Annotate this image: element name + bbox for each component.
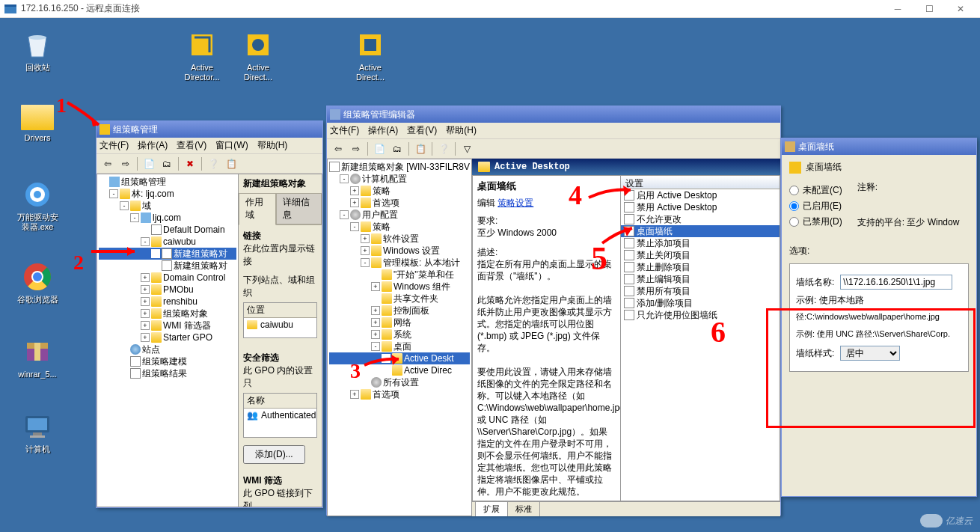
gpe-up[interactable]: 📄 <box>371 141 388 157</box>
gpe-menu-view[interactable]: 查看(V) <box>407 124 437 137</box>
maximize-button[interactable]: ☐ <box>914 1 944 16</box>
desktop-icon-recycle[interactable]: 回收站 <box>11 30 64 73</box>
setting-row[interactable]: 禁止删除项目 <box>621 261 780 273</box>
gpm-titlebar[interactable]: 组策略管理 <box>97 121 322 138</box>
desktop-icon-chrome[interactable]: 谷歌浏览器 <box>11 262 64 305</box>
gpe-tree[interactable]: 新建组策略对象 [WIN-33FILR8V -计算机配置 +策略 +首选项 -用… <box>327 159 472 516</box>
tree-modeling[interactable]: 组策略建模 <box>99 355 236 367</box>
style-select[interactable]: 居中 <box>840 346 900 361</box>
col-name[interactable]: 名称 <box>244 394 316 409</box>
tree-wmi[interactable]: +WMI 筛选器 <box>99 319 236 331</box>
setting-row[interactable]: 禁止关闭项目 <box>621 249 780 261</box>
radio-not-configured[interactable] <box>789 186 799 195</box>
gpe-menu-help[interactable]: 帮助(H) <box>446 124 477 137</box>
gpe-back[interactable]: ⇦ <box>330 141 346 157</box>
minimize-button[interactable]: ─ <box>883 1 913 16</box>
prop-titlebar[interactable]: 桌面墙纸 <box>782 138 976 155</box>
desktop-icon-computer[interactable]: 计算机 <box>11 412 64 454</box>
tree-new-gpo-1[interactable]: 新建组策略对 <box>99 248 236 260</box>
menu-help[interactable]: 帮助(H) <box>257 139 288 152</box>
tab-details[interactable]: 详细信息 <box>276 193 322 224</box>
policy-settings-link[interactable]: 策略设置 <box>497 198 533 208</box>
gpe-shared[interactable]: 共享文件夹 <box>329 293 470 305</box>
desktop-icon-winrar[interactable]: winrar_5... <box>11 337 64 379</box>
menu-view[interactable]: 查看(V) <box>177 139 206 152</box>
gpe-all-settings[interactable]: 所有设置 <box>329 376 470 388</box>
gpe-comp-policies[interactable]: +策略 <box>329 185 470 197</box>
radio-enabled[interactable] <box>789 201 799 211</box>
gpm-tree[interactable]: 组策略管理 -林: ljq.com -域 -ljq.com Default Do… <box>97 174 239 507</box>
desktop-icon-driver-installer[interactable]: 万能驱动安 装器.exe <box>11 180 64 232</box>
gpe-menu-file[interactable]: 文件(F) <box>330 124 359 137</box>
gpe-root[interactable]: 新建组策略对象 [WIN-33FILR8V <box>329 161 470 173</box>
gpe-titlebar[interactable]: 组策略管理编辑器 <box>327 106 780 123</box>
tree-forest[interactable]: -林: ljq.com <box>99 188 236 200</box>
desktop-icon-ad1[interactable]: Active Director... <box>176 30 228 82</box>
refresh-button[interactable]: 🗂 <box>159 156 175 172</box>
settings-col-header[interactable]: 设置 <box>621 176 780 189</box>
gpe-list[interactable]: 🗂 <box>389 141 405 157</box>
tree-renshibu[interactable]: +renshibu <box>99 296 236 308</box>
location-row[interactable]: caiwubu <box>244 318 316 331</box>
gpe-network[interactable]: +网络 <box>329 317 470 328</box>
gpe-software[interactable]: +软件设置 <box>329 233 470 245</box>
gpe-comp-prefs[interactable]: +首选项 <box>329 197 470 209</box>
wallpaper-name-input[interactable] <box>840 275 952 290</box>
menu-window[interactable]: 窗口(W) <box>215 139 248 152</box>
tree-domains[interactable]: -域 <box>99 200 236 212</box>
menu-action[interactable]: 操作(A) <box>138 139 168 152</box>
desktop-icon-ad2[interactable]: Active Direct... <box>232 30 284 82</box>
gpe-user[interactable]: -用户配置 <box>329 209 470 221</box>
close-button[interactable]: ✕ <box>946 1 976 16</box>
setting-row[interactable]: 启用 Active Desktop <box>621 189 780 201</box>
setting-row[interactable]: 添加/删除项目 <box>621 297 780 309</box>
gpe-active-direc[interactable]: Active Direc <box>329 364 470 376</box>
gpe-admin[interactable]: -管理模板: 从本地计 <box>329 257 470 269</box>
gpe-active-desktop[interactable]: Active Deskt <box>329 352 470 364</box>
gpe-filter[interactable]: ▽ <box>459 141 475 157</box>
gpe-computer[interactable]: -计算机配置 <box>329 173 470 185</box>
gpe-system[interactable]: +系统 <box>329 328 470 340</box>
gpe-desktop[interactable]: -桌面 <box>329 340 470 352</box>
desktop-icon-ad3[interactable]: Active Direct... <box>344 30 396 82</box>
tree-results[interactable]: 组策略结果 <box>99 367 236 379</box>
setting-row[interactable]: 禁止编辑项目 <box>621 273 780 285</box>
tree-caiwubu[interactable]: -caiwubu <box>99 236 236 248</box>
desktop-icon-drivers[interactable]: Drivers <box>11 105 64 143</box>
menu-file[interactable]: 文件(F) <box>99 139 129 152</box>
tree-gpo-objects[interactable]: +组策略对象 <box>99 308 236 319</box>
gpe-wincomp[interactable]: +Windows 组件 <box>329 281 470 293</box>
col-location[interactable]: 位置 <box>244 303 316 318</box>
setting-row[interactable]: 不允许更改 <box>621 213 780 225</box>
auth-users-row[interactable]: 👥Authenticated <box>244 409 316 422</box>
forward-button[interactable]: ⇨ <box>117 156 134 172</box>
help-button[interactable]: ❔ <box>205 156 221 172</box>
gpe-prop[interactable]: 📋 <box>412 141 429 157</box>
tree-default-domain[interactable]: Default Domain <box>99 224 236 236</box>
setting-row[interactable]: 禁用 Active Desktop <box>621 201 780 213</box>
setting-row[interactable]: 禁止添加项目 <box>621 237 780 249</box>
tree-new-gpo-2[interactable]: 新建组策略对 <box>99 260 236 272</box>
tab-scope[interactable]: 作用域 <box>239 193 276 225</box>
settings-list[interactable]: 设置 启用 Active Desktop禁用 Active Desktop不允许… <box>620 175 780 501</box>
gpe-user-prefs[interactable]: +首选项 <box>329 388 470 400</box>
tab-extended[interactable]: 扩展 <box>475 501 508 516</box>
gpe-user-policies[interactable]: -策略 <box>329 221 470 233</box>
properties-button[interactable]: 📋 <box>223 156 239 172</box>
tree-dc[interactable]: +Domain Control <box>99 272 236 284</box>
tree-domain[interactable]: -ljq.com <box>99 212 236 224</box>
tree-sites[interactable]: 站点 <box>99 343 236 355</box>
gpe-ctrlpanel[interactable]: +控制面板 <box>329 305 470 317</box>
gpe-windows[interactable]: +Windows 设置 <box>329 245 470 257</box>
add-button[interactable]: 添加(D)... <box>243 445 305 464</box>
setting-row[interactable]: 桌面墙纸 <box>621 225 780 237</box>
back-button[interactable]: ⇦ <box>99 156 116 172</box>
radio-disabled[interactable] <box>789 217 799 227</box>
gpe-startmenu[interactable]: "开始"菜单和任 <box>329 269 470 281</box>
tree-starter-gpo[interactable]: +Starter GPO <box>99 331 236 343</box>
tab-standard[interactable]: 标准 <box>507 501 540 516</box>
setting-row[interactable]: 禁用所有项目 <box>621 285 780 297</box>
gpe-menu-action[interactable]: 操作(A) <box>368 124 398 137</box>
tree-root[interactable]: 组策略管理 <box>99 176 236 188</box>
gpe-fwd[interactable]: ⇨ <box>348 141 364 157</box>
